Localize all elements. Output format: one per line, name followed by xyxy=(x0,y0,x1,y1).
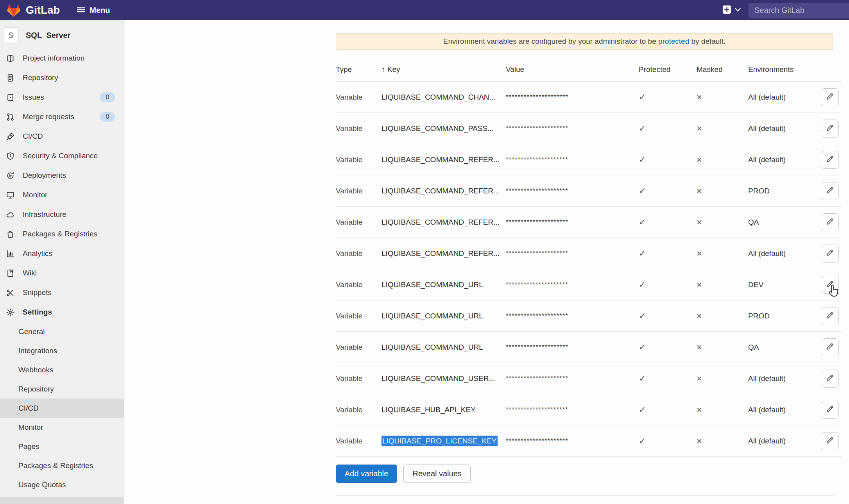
sidebar-item[interactable]: Project information xyxy=(0,48,124,68)
pencil-icon xyxy=(826,92,834,102)
masked-cross-icon: × xyxy=(697,217,702,227)
variable-environments: All (default) xyxy=(748,155,819,164)
variable-environments: DEV xyxy=(748,281,819,289)
variable-type: Variable xyxy=(336,187,382,195)
edit-variable-button[interactable] xyxy=(821,401,839,419)
variable-key: LIQUIBASE_COMMAND_PASS... xyxy=(382,124,494,132)
variable-type: Variable xyxy=(336,155,382,164)
variable-environments: QA xyxy=(748,218,819,227)
protected-check-icon: ✓ xyxy=(639,155,646,164)
sidebar-item[interactable]: CI/CD xyxy=(0,127,124,146)
protected-check-icon: ✓ xyxy=(639,342,646,352)
reveal-values-button[interactable]: Reveal values xyxy=(403,465,471,483)
sidebar-item[interactable]: Deployments xyxy=(0,166,124,185)
merge-requests-icon xyxy=(5,112,15,122)
monitor-icon xyxy=(5,190,15,200)
sidebar-subitem[interactable]: Monitor xyxy=(0,418,124,437)
table-actions: Add variable Reveal values xyxy=(336,465,841,483)
protected-link[interactable]: protected xyxy=(658,37,689,45)
project-sidebar: S SQL_Server Project information Reposit… xyxy=(0,20,124,504)
edit-variable-button[interactable] xyxy=(821,151,839,169)
sidebar-item[interactable]: Issues 0 xyxy=(0,88,124,107)
sidebar-collapse-strip[interactable] xyxy=(0,497,124,504)
sidebar-item-label: Snippets xyxy=(23,288,52,297)
sidebar-subitem[interactable]: CI/CD xyxy=(0,399,124,418)
edit-variable-button[interactable] xyxy=(821,307,839,325)
sidebar-subitem-label: Integrations xyxy=(18,347,57,355)
snippets-icon xyxy=(5,288,15,297)
ci-cd-variables-section: Environment variables are configured by … xyxy=(336,33,841,496)
sidebar-item[interactable]: Packages & Registries xyxy=(0,224,124,244)
sidebar-subitem[interactable]: Usage Quotas xyxy=(0,475,124,494)
top-navigation-bar: GitLab Menu xyxy=(0,0,849,20)
project-header[interactable]: S SQL_Server xyxy=(0,20,124,48)
new-item-dropdown[interactable] xyxy=(735,7,741,13)
sidebar-item-label: Project information xyxy=(23,54,84,63)
gitlab-home-link[interactable]: GitLab xyxy=(6,3,60,17)
variable-type: Variable xyxy=(336,218,382,227)
edit-variable-button[interactable] xyxy=(821,182,839,200)
sidebar-subitem-label: Pages xyxy=(18,442,39,451)
sidebar-subitem[interactable]: Packages & Registries xyxy=(0,456,124,475)
sidebar-item[interactable]: Monitor xyxy=(0,185,124,205)
sidebar-item[interactable]: Repository xyxy=(0,68,124,88)
edit-variable-button[interactable] xyxy=(821,370,839,388)
protected-check-icon: ✓ xyxy=(639,217,646,227)
sidebar-subitem[interactable]: Pages xyxy=(0,437,124,456)
edit-variable-button[interactable] xyxy=(821,338,839,356)
variable-row: Variable LIQUIBASE_COMMAND_CHAN... *****… xyxy=(336,82,841,113)
sidebar-subitem[interactable]: Repository xyxy=(0,379,124,399)
variable-key: LIQUIBASE_PRO_LICENSE_KEY xyxy=(382,436,498,446)
variables-table: Type ↑ Key Value Protected Masked Enviro… xyxy=(336,57,841,457)
sidebar-item[interactable]: Infrastructure xyxy=(0,205,124,224)
sidebar-subitem[interactable]: General xyxy=(0,322,124,341)
pencil-icon xyxy=(826,436,834,446)
variable-type: Variable xyxy=(336,437,382,445)
edit-variable-button[interactable] xyxy=(821,88,839,106)
variable-type: Variable xyxy=(336,93,382,102)
edit-variable-button[interactable] xyxy=(821,245,839,263)
sidebar-item[interactable]: Analytics xyxy=(0,244,124,263)
sidebar-item[interactable]: Security & Compliance xyxy=(0,146,124,166)
sidebar-item[interactable]: Merge requests 0 xyxy=(0,107,124,127)
sidebar-item-label: Issues xyxy=(23,93,44,102)
sidebar-subitem[interactable]: Integrations xyxy=(0,341,124,360)
sidebar-subitem[interactable]: Webhooks xyxy=(0,360,124,379)
variable-environments: All (default) xyxy=(748,374,819,383)
variable-key: LIQUIBASE_COMMAND_URL xyxy=(382,281,483,289)
new-item-button[interactable] xyxy=(722,5,731,15)
variable-environments: All (default) xyxy=(748,249,819,258)
edit-variable-button[interactable] xyxy=(821,276,839,294)
sidebar-item-label: Repository xyxy=(23,73,58,82)
masked-cross-icon: × xyxy=(697,248,702,259)
pencil-icon xyxy=(826,155,834,164)
edit-variable-button[interactable] xyxy=(821,213,839,231)
sidebar-item-label: Infrastructure xyxy=(23,210,66,219)
add-variable-button[interactable]: Add variable xyxy=(336,465,397,483)
masked-cross-icon: × xyxy=(697,404,702,415)
edit-variable-button[interactable] xyxy=(821,432,839,450)
sidebar-item[interactable]: Wiki xyxy=(0,263,124,283)
sort-arrow-icon: ↑ xyxy=(382,65,385,73)
protected-check-icon: ✓ xyxy=(639,280,646,290)
sidebar-item[interactable]: Snippets xyxy=(0,283,124,302)
menu-button[interactable]: Menu xyxy=(76,6,110,15)
project-information-icon xyxy=(5,54,15,63)
sidebar-item[interactable]: Settings xyxy=(0,302,124,322)
hamburger-icon xyxy=(76,6,86,15)
wiki-icon xyxy=(5,268,15,278)
variable-masked-value: ********************* xyxy=(506,281,636,289)
project-avatar: S xyxy=(3,27,19,43)
masked-cross-icon: × xyxy=(697,92,702,102)
variable-key: LIQUIBASE_COMMAND_USER... xyxy=(382,374,495,382)
search-input[interactable] xyxy=(749,3,849,18)
sidebar-item-label: Settings xyxy=(23,308,52,316)
column-header-protected: Protected xyxy=(636,65,693,74)
edit-variable-button[interactable] xyxy=(821,120,839,138)
pencil-icon xyxy=(826,123,834,133)
chart-icon xyxy=(5,249,15,258)
variable-type: Variable xyxy=(336,249,382,258)
variable-row: Variable LIQUIBASE_COMMAND_REFER... ****… xyxy=(336,144,841,175)
column-header-key[interactable]: ↑ Key xyxy=(382,65,506,74)
pencil-icon xyxy=(826,342,834,352)
